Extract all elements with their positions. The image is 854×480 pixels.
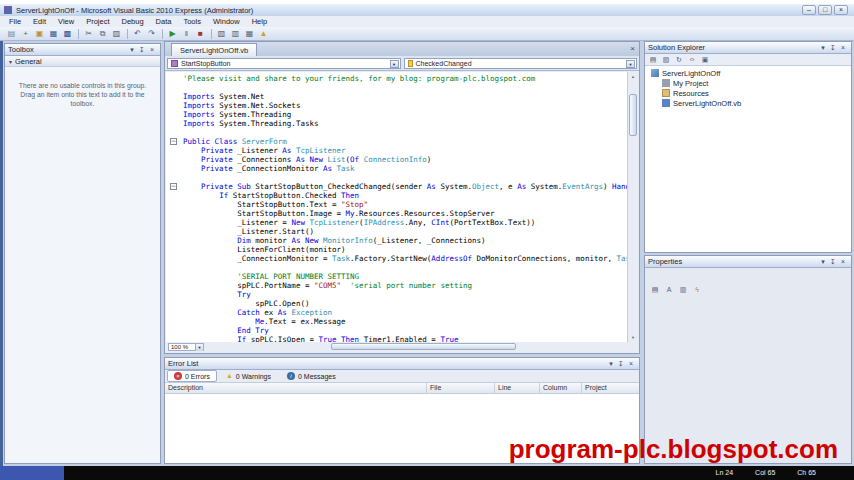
window-menu-icon[interactable]: ▾ [818, 258, 828, 266]
cut-icon[interactable]: ✂ [82, 28, 95, 40]
solution-explorer-icon[interactable]: ▧ [215, 28, 228, 40]
close-button[interactable]: × [834, 5, 848, 15]
window-edge [0, 41, 3, 466]
zoom-selector[interactable]: 100 % ▼ [168, 343, 204, 351]
start-debug-icon[interactable]: ▶ [166, 28, 179, 40]
tree-item-serverlightonoff[interactable]: ServerLightOnOff [645, 68, 851, 78]
menu-item-data[interactable]: Data [150, 17, 178, 26]
code-line: If spPLC.IsOpen = True Then Timer1.Enabl… [166, 335, 627, 342]
vertical-scrollbar[interactable]: ▲ ▼ [627, 72, 638, 342]
column-header-project[interactable]: Project [582, 383, 639, 393]
column-header-column[interactable]: Column [540, 383, 582, 393]
menu-item-file[interactable]: File [3, 17, 27, 26]
close-icon[interactable]: × [147, 46, 157, 53]
alphabetical-icon[interactable]: A [663, 284, 675, 295]
menu-item-tools[interactable]: Tools [177, 17, 207, 26]
new-project-icon[interactable]: ▤ [5, 28, 18, 40]
close-icon[interactable]: × [838, 44, 848, 51]
menu-item-project[interactable]: Project [80, 17, 115, 26]
tree-item-label: ServerLightOnOff.vb [673, 99, 741, 108]
code-line: Imports System.Net.Sockets [166, 101, 627, 110]
code-line: 'Please visit and share to your friends,… [166, 74, 627, 83]
warning-icon: ▲ [226, 372, 233, 380]
maximize-button[interactable]: □ [818, 5, 832, 15]
zoom-dropdown-arrow-icon[interactable]: ▼ [195, 344, 203, 351]
menu-item-view[interactable]: View [52, 17, 80, 26]
error-list-tab-warnings[interactable]: ▲0 Warnings [219, 370, 278, 382]
tree-item-serverlightonoff-vb[interactable]: ServerLightOnOff.vb [645, 98, 851, 108]
error-list-filter-tabs: ×0 Errors▲0 Warningsi0 Messages [165, 370, 639, 383]
dropdown-arrow-icon[interactable]: ▼ [390, 60, 399, 68]
scroll-down-icon[interactable]: ▼ [628, 333, 638, 342]
event-dropdown[interactable]: CheckedChanged ▼ [404, 58, 638, 69]
auto-hide-pin-icon[interactable]: ↧ [828, 44, 838, 52]
properties-icon[interactable]: ▤ [647, 54, 659, 65]
window-menu-icon[interactable]: ▾ [127, 46, 137, 54]
save-all-icon[interactable]: ▩ [61, 28, 74, 40]
object-dropdown[interactable]: StartStopButton ▼ [167, 58, 401, 69]
auto-hide-pin-icon[interactable]: ↧ [828, 258, 838, 266]
show-all-files-icon[interactable]: ▧ [660, 54, 672, 65]
vertical-scrollbar-thumb[interactable] [629, 94, 637, 136]
copy-icon[interactable]: ⧉ [96, 28, 109, 40]
open-file-icon[interactable]: ▣ [33, 28, 46, 40]
menu-item-help[interactable]: Help [246, 17, 273, 26]
window-controls: –□× [802, 5, 848, 15]
menu-item-window[interactable]: Window [207, 17, 246, 26]
properties-window-icon[interactable]: ▥ [229, 28, 242, 40]
code-line: spPLC.PortName = "COM5" 'serial port num… [166, 281, 627, 290]
error-list-icon[interactable]: ▲ [257, 28, 270, 40]
close-document-icon[interactable]: × [630, 44, 635, 53]
code-area[interactable]: 'Please visit and share to your friends,… [166, 72, 627, 342]
tree-item-my-project[interactable]: My Project [645, 78, 851, 88]
redo-icon[interactable]: ↷ [145, 28, 158, 40]
status-character: Ch 65 [797, 469, 816, 476]
auto-hide-pin-icon[interactable]: ↧ [616, 360, 626, 368]
column-header-file[interactable]: File [427, 383, 495, 393]
code-line: Imports System.Threading [166, 110, 627, 119]
toolbox-icon[interactable]: ▦ [243, 28, 256, 40]
close-icon[interactable]: × [626, 360, 636, 367]
events-icon[interactable]: ϟ [691, 284, 703, 295]
paste-icon[interactable]: ▨ [110, 28, 123, 40]
horizontal-scrollbar-thumb[interactable] [331, 343, 516, 350]
tree-item-label: ServerLightOnOff [662, 69, 720, 78]
save-icon[interactable]: ▦ [47, 28, 60, 40]
collapse-region-icon[interactable]: – [170, 138, 177, 145]
categorized-icon[interactable]: ▤ [649, 284, 661, 295]
scroll-up-icon[interactable]: ▲ [628, 72, 638, 81]
error-list-tab-errors[interactable]: ×0 Errors [167, 370, 217, 382]
view-designer-icon[interactable]: ▣ [699, 54, 711, 65]
tree-item-resources[interactable]: Resources [645, 88, 851, 98]
minimize-button[interactable]: – [802, 5, 816, 15]
properties-icon[interactable]: ▥ [677, 284, 689, 295]
add-item-icon[interactable]: + [19, 28, 32, 40]
event-icon [408, 60, 413, 67]
stop-debug-icon[interactable]: ■ [194, 28, 207, 40]
solution-explorer-header: Solution Explorer ▾ ↧ × [645, 42, 851, 54]
close-icon[interactable]: × [838, 258, 848, 265]
column-header-line[interactable]: Line [495, 383, 540, 393]
toolbox-group-general[interactable]: ▾ General [5, 56, 160, 67]
refresh-icon[interactable]: ↻ [673, 54, 685, 65]
menu-item-edit[interactable]: Edit [27, 17, 52, 26]
solution-tree: ServerLightOnOffMy ProjectResourcesServe… [645, 66, 851, 108]
menu-item-debug[interactable]: Debug [116, 17, 150, 26]
solution-explorer-title: Solution Explorer [648, 43, 818, 52]
window-menu-icon[interactable]: ▾ [606, 360, 616, 368]
column-header-description[interactable]: Description [165, 383, 427, 393]
collapse-region-icon[interactable]: – [170, 183, 177, 190]
code-line: If StartStopButton.Checked Then [166, 191, 627, 200]
error-list-tab-label: 0 Messages [298, 373, 336, 380]
break-all-icon[interactable]: ‖ [180, 28, 193, 40]
auto-hide-pin-icon[interactable]: ↧ [137, 46, 147, 54]
my-project-icon [662, 79, 670, 87]
document-tab[interactable]: ServerLightOnOff.vb [171, 43, 257, 56]
solution-explorer-toolbar: ▤▧↻‹›▣ [645, 54, 851, 66]
view-code-icon[interactable]: ‹› [686, 54, 698, 65]
error-list-tab-messages[interactable]: i0 Messages [280, 370, 343, 382]
undo-icon[interactable]: ↶ [131, 28, 144, 40]
horizontal-scrollbar[interactable]: 100 % ▼ [166, 342, 638, 352]
dropdown-arrow-icon[interactable]: ▼ [626, 60, 635, 68]
window-menu-icon[interactable]: ▾ [818, 44, 828, 52]
